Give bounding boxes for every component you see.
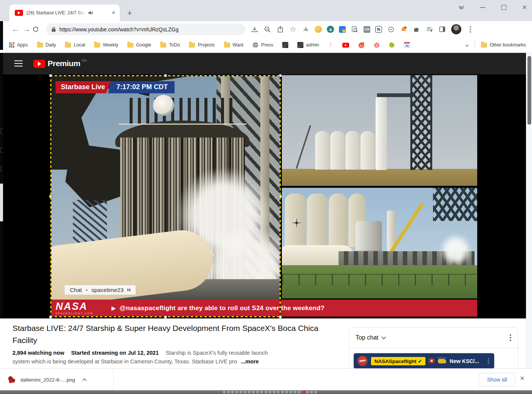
chat-header: Top chat — [349, 328, 518, 348]
folder-icon — [481, 43, 487, 48]
bookmark-folder-want[interactable]: Want — [224, 42, 244, 48]
watching-count: 2,894 watching now — [12, 350, 64, 356]
show-all-downloads-button[interactable]: Show all — [479, 373, 515, 386]
close-shelf-icon[interactable]: × — [520, 374, 524, 383]
bookmark-power[interactable] — [374, 42, 380, 48]
bookmark-reddit[interactable] — [358, 42, 365, 48]
stream-start-date: Started streaming on Jul 12, 2021 — [71, 350, 159, 356]
search-doc-extension-icon[interactable] — [351, 25, 359, 33]
close-window-button[interactable]: × — [522, 3, 527, 12]
chicken-icon — [328, 42, 333, 48]
background-window-patch — [0, 184, 3, 221]
bookmark-admin[interactable]: admin — [297, 42, 319, 48]
pinned-menu-kebab-icon[interactable] — [488, 360, 489, 362]
lens-extension-icon[interactable] — [387, 25, 395, 33]
bookmark-folder-projects[interactable]: Projects — [189, 42, 215, 48]
video-meta: 2,894 watching now Started streaming on … — [12, 349, 277, 366]
side-panel-icon[interactable] — [438, 25, 446, 33]
video-chat-overlay: Chat • spacetime23 — [65, 285, 136, 295]
back-button[interactable]: ← — [10, 25, 21, 34]
bookmark-image[interactable] — [282, 42, 288, 48]
stream-overlay-tags: Starbase Live 7:17:02 PM CDT — [56, 81, 175, 93]
right-bottom-camera-feed — [282, 188, 477, 298]
bookmarks-overflow-button[interactable]: » — [466, 42, 469, 48]
maximize-button[interactable] — [501, 5, 506, 10]
folder-icon — [37, 43, 43, 48]
profile-avatar[interactable] — [451, 24, 461, 34]
chat-username: spacetime23 — [91, 287, 124, 293]
install-icon[interactable] — [251, 25, 258, 33]
bookmark-youtube[interactable] — [342, 43, 349, 48]
bookmark-apps[interactable]: Apps — [9, 42, 28, 48]
launch-tower — [410, 75, 432, 170]
bell-extension-icon[interactable] — [400, 25, 408, 33]
address-bar[interactable]: https://www.youtube.com/watch?v=mhJRzQsL… — [46, 23, 245, 35]
guide-menu-icon[interactable] — [14, 60, 23, 66]
bookmark-pattern[interactable] — [389, 42, 395, 48]
reddit-icon — [358, 42, 365, 48]
pinned-chat-message[interactable]: NASASpaceflight ✓ New KSC/... — [354, 353, 494, 369]
puzzle-extensions-icon[interactable] — [413, 25, 421, 33]
chat-author-badge: NASASpaceflight ✓ — [371, 357, 425, 365]
lock-icon — [51, 26, 56, 32]
page-scrollbar[interactable] — [526, 53, 532, 368]
chat-mode-label[interactable]: Top chat — [356, 334, 378, 341]
minimize-button[interactable] — [480, 7, 486, 8]
stream-clock: 7:17:02 PM CDT — [108, 81, 175, 93]
bookmark-press[interactable]: Press — [252, 42, 273, 48]
bookmark-folder-local[interactable]: Local — [65, 42, 85, 48]
css-extension-icon[interactable]: CSS — [363, 26, 370, 33]
youtube-icon — [342, 43, 349, 48]
video-player[interactable]: Starbase Live 7:17:02 PM CDT Chat • spac… — [3, 74, 526, 318]
playlist-extension-icon[interactable] — [425, 25, 433, 33]
zoom-out-icon[interactable] — [263, 25, 271, 33]
honey-extension-icon[interactable] — [315, 26, 322, 33]
bookmark-folder-daily[interactable]: Daily — [37, 42, 56, 48]
download-shelf: dallemini_2022-6-....png Show all × — [0, 368, 532, 390]
bookmark-folder-weekly[interactable]: Weekly — [94, 42, 118, 48]
folder-icon — [189, 43, 195, 48]
bookmark-folder-todo[interactable]: ToDo — [160, 42, 180, 48]
tab-audio-icon[interactable] — [88, 10, 93, 15]
bookmark-folder-google[interactable]: Google — [127, 42, 151, 48]
doc-extension-icon[interactable] — [339, 26, 346, 33]
origami-extension-icon[interactable] — [302, 25, 310, 33]
bookmarks-bar: Apps Daily Local Weekly Google ToDo Proj… — [3, 37, 532, 53]
tank-sphere — [153, 95, 174, 116]
download-item[interactable]: dallemini_2022-6-....png — [8, 373, 87, 386]
chevron-down-icon[interactable] — [381, 336, 386, 340]
tab-close-icon[interactable]: × — [111, 9, 116, 16]
chat-menu-kebab-icon[interactable] — [510, 337, 511, 338]
youtube-premium-logo[interactable]: Premium CA — [33, 59, 87, 68]
description-text: Starship is SpaceX's fully reusable laun… — [165, 350, 268, 356]
bookmark-calendar[interactable]: 31 — [404, 42, 410, 48]
crosshair-cursor — [292, 218, 301, 227]
nasaspaceflight-banner: NASA SPACEFLIGHT.COM ▶ @nasaspaceflight … — [50, 300, 477, 317]
browser-tab[interactable]: (26) Starbase LIVE: 24/7 Star × — [9, 5, 120, 21]
bookmark-star-icon[interactable]: ☆ — [289, 25, 297, 33]
nasaspaceflight-avatar — [357, 356, 368, 366]
banner-arrow-icon: ▶ — [111, 305, 116, 312]
menu-kebab-icon[interactable] — [466, 25, 474, 33]
scrollbar-thumb[interactable] — [527, 56, 531, 125]
download-chevron-icon[interactable] — [82, 378, 87, 381]
folder-icon — [224, 43, 230, 48]
other-bookmarks-button[interactable]: Other bookmarks — [481, 42, 526, 48]
reload-button[interactable] — [32, 26, 44, 32]
shelf-divider — [113, 369, 114, 391]
calendar-31-icon: 31 — [404, 42, 410, 48]
globe-icon — [252, 42, 258, 48]
amazon-extension-icon[interactable]: a — [327, 26, 334, 33]
tab-title: (26) Starbase LIVE: 24/7 Star — [26, 10, 86, 15]
banner-message: @nasaspaceflight are they able to roll o… — [119, 304, 324, 312]
new-tab-button[interactable]: + — [125, 8, 135, 18]
show-more-button[interactable]: ...more — [241, 358, 259, 365]
forward-button[interactable]: → — [21, 25, 32, 34]
folder-icon — [160, 43, 166, 48]
youtube-logo-icon — [33, 60, 45, 68]
nasaspaceflight-logo: NASA SPACEFLIGHT.COM — [56, 301, 93, 315]
tab-search-icon[interactable] — [458, 5, 464, 10]
bookmark-chicken[interactable] — [328, 42, 333, 48]
notion-extension-icon[interactable]: N — [375, 26, 382, 33]
share-icon[interactable] — [276, 25, 284, 33]
